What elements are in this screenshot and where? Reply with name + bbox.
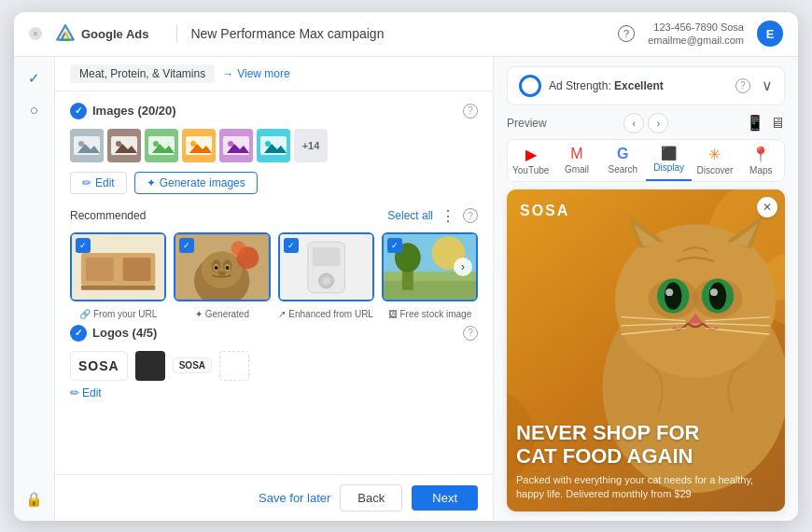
images-section-header: ✓ Images (20/20) ? [70,103,478,119]
ad-headline: NEVER SHOP FOR CAT FOOD AGAIN [516,422,776,467]
thumb-2 [107,129,141,162]
google-ads-logo: Google Ads [55,23,148,44]
gmail-icon: M [570,146,582,162]
thumb-6 [257,129,290,162]
recommended-help-icon[interactable]: ? [463,208,478,223]
google-ads-icon [55,23,76,44]
logos-help-icon[interactable]: ? [463,326,478,341]
recommended-label: Recommended [70,209,146,222]
image-card-1[interactable]: ✓ [70,232,166,301]
sidebar: ✓ ○ 🔒 [14,57,55,521]
thumb-5 [219,129,253,162]
card-label-1: 🔗 From your URL [70,309,166,319]
ad-preview-card: ✕ SOSA NEVER SHOP FOR CAT FOOD AGAIN Pac… [507,189,785,511]
edit-logo-icon: ✏ [70,386,79,399]
recommended-actions: Select all ⋮ ? [387,207,478,225]
generate-images-button[interactable]: ✦ Generate images [134,172,258,194]
image-card-2[interactable]: ✓ [174,232,270,301]
card-labels: 🔗 From your URL ✦ Generated ↗ Enhanced f… [70,309,478,319]
logo-sosa-white: SOSA [70,351,128,381]
recommended-header: Recommended Select all ⋮ ? [70,207,478,225]
generate-star-icon: ✦ [147,176,156,189]
logo-empty-slot [219,351,249,381]
thumb-more-count: +14 [294,129,328,162]
edit-button[interactable]: ✏ Edit [70,172,127,194]
breadcrumb-tag: Meat, Protein, & Vitamins [70,64,215,83]
logos-section: ✓ Logos (4/5) ? SOSA SOSA ✏ [70,325,478,399]
ad-text-overlay: NEVER SHOP FOR CAT FOOD AGAIN Packed wit… [516,422,776,501]
tab-gmail[interactable]: M Gmail [553,140,599,181]
image-card-4[interactable]: ✓ › [382,232,478,301]
url-icon: 🔗 [79,309,91,319]
stock-icon: 🖼 [388,309,398,319]
app-header: × Google Ads New Performance Max camp [14,12,798,57]
account-number: 123-456-7890 Sosa [648,21,744,34]
ad-close-icon[interactable]: ✕ [757,197,777,217]
save-for-later-button[interactable]: Save for later [259,491,330,505]
desktop-icon[interactable]: 🖥 [770,115,785,132]
card-label-2: ✦ Generated [174,309,270,319]
images-title: ✓ Images (20/20) [70,103,176,119]
generated-icon: ✦ [195,309,203,319]
view-more-link[interactable]: → View more [222,67,289,80]
logos-section-header: ✓ Logos (4/5) ? [70,325,478,342]
card-1-check-icon: ✓ [76,238,91,253]
logos-title-text: Logos (4/5) [92,326,157,340]
ad-strength-chevron-icon[interactable]: ∨ [762,77,773,94]
ad-brand-name: SOSA [520,203,569,219]
sidebar-icon-check[interactable]: ✓ [24,68,45,89]
select-all-button[interactable]: Select all [387,209,433,222]
thumb-1 [70,129,104,162]
left-scroll-area: ✓ Images (20/20) ? [55,91,493,474]
preview-label: Preview [507,117,547,130]
preview-next-button[interactable]: › [648,113,668,133]
preview-header: Preview ‹ › 📱 🖥 [507,113,785,133]
svg-point-41 [215,266,218,270]
logos-edit-button[interactable]: ✏ Edit [70,386,478,399]
preview-prev-button[interactable]: ‹ [623,113,644,133]
discover-icon: ✳ [708,146,721,163]
sidebar-icon-lock[interactable]: 🔒 [24,489,45,510]
image-card-3[interactable]: ✓ [278,232,374,301]
mobile-icon[interactable]: 📱 [746,114,764,132]
svg-point-15 [153,141,159,147]
svg-point-11 [116,141,121,147]
card-3-check-icon: ✓ [284,238,299,253]
footer-bar: Save for later Back Next [55,474,493,521]
thumbnails-row: +14 [70,129,478,162]
svg-point-27 [265,141,271,147]
main-content: ✓ ○ 🔒 Meat, Protein, & Vitamins → View m… [14,57,798,521]
next-button[interactable]: Next [412,485,478,511]
breadcrumb: Meat, Protein, & Vitamins → View more [55,57,493,91]
ad-strength-bar: Ad Strength: Excellent ? ∨ [507,66,785,105]
more-options-icon[interactable]: ⋮ [441,207,455,225]
svg-rect-48 [312,247,340,266]
close-button[interactable]: × [29,27,42,40]
svg-point-19 [190,141,196,147]
tab-youtube[interactable]: ▶ YouTube [508,140,553,181]
tab-discover[interactable]: ✳ Discover [692,140,737,181]
back-button[interactable]: Back [340,484,402,511]
card-nav-icon[interactable]: › [454,258,472,276]
search-google-icon: G [617,146,628,162]
images-check-icon: ✓ [70,103,87,119]
tab-maps[interactable]: 📍 Maps [738,140,784,181]
avatar[interactable]: E [757,21,783,47]
preview-nav: ‹ › [623,113,668,133]
tab-search[interactable]: G Search [600,140,646,181]
sidebar-icon-circle[interactable]: ○ [24,100,45,120]
help-icon[interactable]: ? [618,25,635,42]
right-panel-inner: Ad Strength: Excellent ? ∨ Preview ‹ › 📱 [494,57,798,521]
arrow-icon: → [222,67,233,80]
svg-point-72 [709,282,727,309]
account-info: 123-456-7890 Sosa emailme@gmail.com [648,21,744,48]
svg-rect-31 [86,258,114,281]
card-label-3: ↗ Enhanced from URL [278,309,374,319]
ad-image-area: ✕ SOSA NEVER SHOP FOR CAT FOOD AGAIN Pac… [507,189,785,511]
tab-display[interactable]: ⬛ Display [646,140,692,181]
images-help-icon[interactable]: ? [463,104,478,119]
svg-point-7 [78,141,84,147]
ad-strength-help-icon[interactable]: ? [735,78,750,93]
right-panel: Ad Strength: Excellent ? ∨ Preview ‹ › 📱 [494,57,798,521]
svg-point-43 [218,271,226,275]
